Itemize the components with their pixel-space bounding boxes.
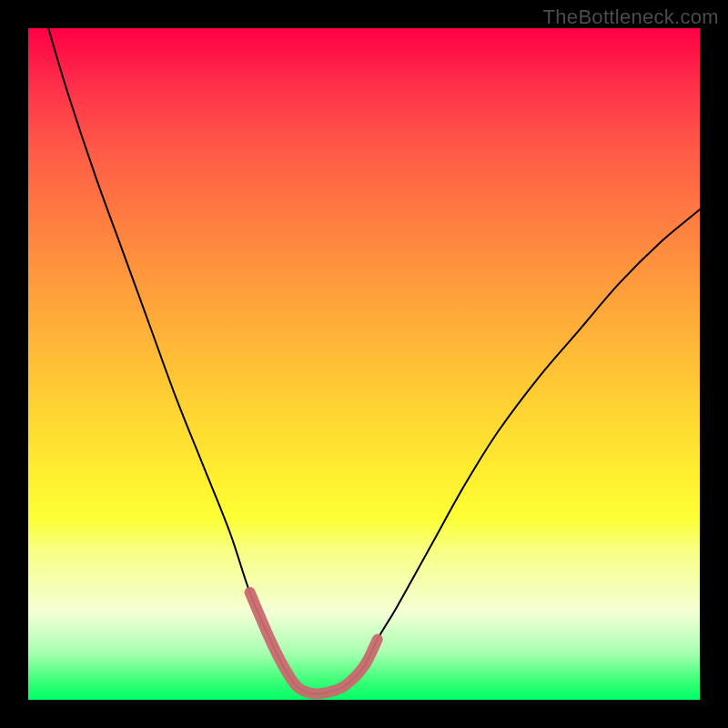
highlight-segment <box>250 592 378 694</box>
chart-svg <box>28 28 700 700</box>
chart-frame: TheBottleneck.com <box>0 0 728 728</box>
plot-area <box>28 28 700 700</box>
bottleneck-curve <box>48 28 700 694</box>
watermark-text: TheBottleneck.com <box>543 5 719 29</box>
